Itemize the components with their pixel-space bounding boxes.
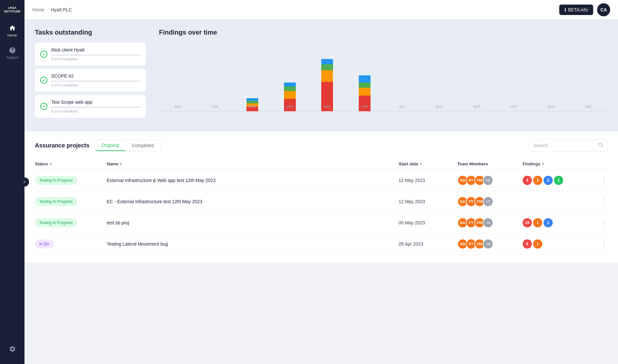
breadcrumb-current: Hyatt PLC [51, 7, 72, 12]
home-icon [8, 24, 16, 32]
status-badge: Testing In Progress [35, 197, 77, 206]
sort-icon: ⇅ [119, 162, 122, 166]
row-start-date: 28 Apr 2023 [399, 241, 457, 247]
chart-axis [159, 111, 608, 111]
chart-section: Findings over time JAN [159, 29, 608, 121]
row-status: Testing In Progress [35, 197, 107, 206]
task-progress-bar [51, 54, 141, 56]
finding-badge: 1 [533, 218, 542, 227]
row-name[interactable]: EC - External Infrastructure test 12th M… [107, 199, 399, 204]
chart-label: AUG [436, 105, 443, 109]
task-name: thick client Hyatt [51, 47, 141, 53]
chart-title: Findings over time [159, 29, 608, 36]
support-icon [8, 46, 16, 54]
more-options-button[interactable]: ⋮ [601, 219, 608, 227]
projects-title: Assurance projects [35, 142, 89, 149]
row-actions: ⋮ [588, 176, 608, 184]
row-status: Testing In Progress [35, 219, 107, 227]
table-row: Testing In Progress test sb proj 05 May … [35, 212, 608, 234]
finding-badge: 6 [523, 239, 532, 249]
sidebar-item-support[interactable]: Support [0, 42, 24, 64]
more-options-button[interactable]: ⋮ [601, 240, 608, 248]
task-item[interactable]: Test Scope web app 0 of 0 completed [35, 95, 146, 118]
chart-label: MAY [324, 105, 331, 109]
sidebar-item-label: Support [6, 55, 19, 59]
task-item[interactable]: thick client Hyatt 0 of 0 completed [35, 43, 146, 66]
bar-stack [321, 59, 333, 111]
finding-badge: 1 [544, 218, 553, 227]
col-header-name: Name ⇅ [107, 161, 399, 166]
sidebar-bottom [6, 341, 19, 364]
task-name: Test Scope web app [51, 99, 141, 105]
projects-header: Assurance projects Ongoing Completed [35, 139, 608, 152]
sort-icon: ⇅ [542, 162, 544, 166]
tab-completed[interactable]: Completed [125, 140, 161, 151]
col-header-actions [588, 161, 608, 166]
bar-green [359, 83, 371, 88]
finding-badge: 1 [533, 239, 542, 249]
search-input[interactable] [533, 143, 595, 148]
table-row: In QA Testing Lateral Movement bug 28 Ap… [35, 234, 608, 255]
chart-month-apr: APR [271, 83, 309, 111]
finding-badge: 2 [533, 176, 542, 185]
more-options-button[interactable]: ⋮ [601, 198, 608, 205]
sidebar-collapse-button[interactable]: > [20, 177, 29, 187]
sort-icon: ⇅ [49, 162, 52, 166]
finding-badge: 28 [523, 218, 532, 227]
settings-icon [8, 345, 16, 353]
task-item[interactable]: SCOPE #2 0 of 0 completed [35, 69, 146, 92]
row-name[interactable]: External Infrastructure & Web app test 1… [107, 178, 399, 183]
row-findings: 4 2 2 2 [523, 176, 588, 185]
beta-info-button[interactable]: ℹ BETA info [559, 5, 593, 15]
page-body: Tasks outstanding thick client Hyatt 0 o… [24, 20, 618, 364]
table-row: Testing In Progress External Infrastruct… [35, 170, 608, 191]
brand-name: LRQA NETTITUDE [4, 6, 21, 13]
search-icon [598, 142, 603, 149]
projects-title-area: Assurance projects Ongoing Completed [35, 140, 161, 151]
task-info: thick client Hyatt 0 of 0 completed [51, 47, 141, 61]
sidebar: LRQA NETTITUDE Home Support > [0, 0, 24, 364]
tasks-outstanding-panel: Tasks outstanding thick client Hyatt 0 o… [35, 29, 146, 121]
user-avatar-button[interactable]: CA [597, 3, 610, 16]
row-start-date: 12 May 2023 [399, 178, 457, 183]
task-check-icon [40, 77, 47, 84]
logo[interactable]: LRQA NETTITUDE [0, 0, 24, 20]
tab-ongoing[interactable]: Ongoing [95, 140, 125, 151]
beta-label: BETA info [568, 7, 588, 12]
more-options-button[interactable]: ⋮ [601, 176, 608, 184]
sort-icon: ⇅ [420, 162, 422, 166]
row-status: Testing In Progress [35, 176, 107, 185]
task-info: SCOPE #2 0 of 0 completed [51, 73, 141, 87]
search-box [529, 139, 608, 152]
bar-blue [284, 83, 296, 86]
breadcrumb-home[interactable]: Home [32, 7, 44, 12]
tab-group: Ongoing Completed [95, 140, 161, 151]
bar-green [246, 101, 258, 103]
dashboard-grid: Tasks outstanding thick client Hyatt 0 o… [35, 29, 608, 121]
chart-label: JUL [399, 105, 405, 109]
bar-group [321, 59, 333, 111]
member-avatar: +2 [483, 175, 493, 186]
sidebar-item-home[interactable]: Home [0, 20, 24, 42]
status-badge: Testing In Progress [35, 176, 77, 185]
breadcrumb: Home / Hyatt PLC [32, 7, 72, 12]
bar-orange [359, 88, 371, 96]
bar-blue [359, 75, 371, 83]
finding-badge: 4 [523, 176, 532, 185]
row-name[interactable]: test sb proj [107, 220, 399, 225]
row-name[interactable]: Testing Lateral Movement bug [107, 241, 399, 247]
finding-badge: 2 [554, 176, 563, 185]
col-header-start-date: Start date ⇅ [399, 161, 457, 166]
row-start-date: 12 May 2023 [399, 199, 457, 204]
row-actions: ⋮ [588, 219, 608, 227]
status-badge: Testing In Progress [35, 219, 77, 227]
member-avatar: +7 [483, 196, 493, 207]
sidebar-item-settings[interactable] [6, 341, 19, 357]
chart-container: JAN FEB [159, 43, 608, 121]
task-progress-bar [51, 107, 141, 108]
row-actions: ⋮ [588, 198, 608, 205]
task-name: SCOPE #2 [51, 73, 141, 79]
bar-blue [321, 59, 333, 64]
row-start-date: 05 May 2023 [399, 220, 457, 225]
sidebar-item-label: Home [8, 33, 17, 37]
